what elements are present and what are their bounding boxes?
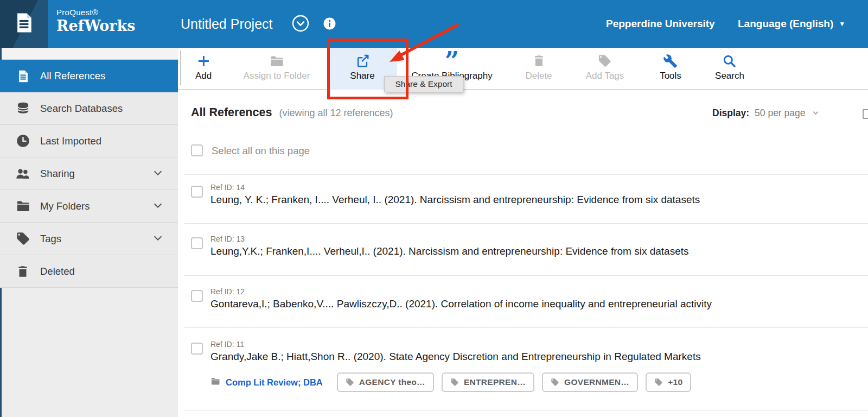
quote-icon: ”: [445, 53, 459, 69]
sidebar-item-label: My Folders: [40, 200, 90, 212]
sidebar-item-sharing[interactable]: Sharing: [0, 157, 178, 190]
assign-to-folder-button: Assign to Folder: [244, 53, 310, 81]
reference-row: Ref ID: 12 Gontareva,I.; Babenko,V.... P…: [184, 286, 868, 328]
reference-citation[interactable]: Grandy,Jake B.; Hiatt,Shon R.. (2020). S…: [210, 351, 701, 363]
tags-row: Comp Lit Review; DBA AGENCY theo… ENTREP…: [210, 372, 691, 392]
toolbar: Add Assign to Folder Share ” Create Bibl…: [178, 48, 868, 90]
select-all-label: Select all on this page: [212, 145, 310, 157]
sidebar-item-label: Deleted: [40, 266, 75, 277]
page-head: All References (viewing all 12 reference…: [191, 106, 393, 119]
folder-icon: [210, 376, 220, 388]
add-tags-button: Add Tags: [586, 53, 624, 81]
reference-citation[interactable]: Leung, Y. K.; Franken, I.... Verheul, I.…: [210, 194, 700, 206]
document-icon: [15, 68, 30, 84]
reference-checkbox[interactable]: [191, 237, 203, 249]
toolbar-label: Assign to Folder: [244, 71, 310, 81]
chevron-down-icon: [152, 167, 164, 181]
document-logo-icon: [12, 11, 36, 37]
reference-citation[interactable]: Leung,Y.K.; Franken,I.... Verheul,I.. (2…: [210, 245, 689, 257]
add-button[interactable]: Add: [195, 53, 212, 81]
view-toggle-icon[interactable]: [863, 109, 868, 119]
ref-id: Ref ID: 11: [210, 340, 244, 349]
project-dropdown-icon[interactable]: [291, 14, 310, 35]
language-label: Language (English): [738, 18, 833, 30]
database-icon: [15, 101, 30, 116]
sidebar-item-label: Search Databases: [40, 103, 123, 115]
sidebar-item-tags[interactable]: Tags: [0, 223, 178, 255]
tag-chips: AGENCY theo… ENTREPREN… GOVERNMEN… +10: [337, 372, 692, 392]
tag-chip-label: AGENCY theo…: [359, 377, 425, 387]
info-icon[interactable]: [323, 17, 336, 33]
chevron-down-icon: [152, 199, 164, 213]
tools-button[interactable]: Tools: [660, 53, 681, 81]
display-control: Display: 50 per page: [712, 108, 820, 119]
page-subtitle: (viewing all 12 references): [279, 108, 393, 119]
ref-id: Ref ID: 12: [210, 287, 245, 296]
reference-row: Ref ID: 13 Leung,Y.K.; Franken,I.... Ver…: [184, 233, 868, 276]
toolbar-divider: [180, 50, 181, 85]
reference-checkbox[interactable]: [191, 343, 203, 355]
folder-icon: [270, 53, 284, 69]
folder-names: Comp Lit Review; DBA: [226, 377, 323, 388]
reference-citation[interactable]: Gontareva,I.; Babenko,V.... Pawliszczy,D…: [210, 298, 712, 310]
sidebar-item-label: Last Imported: [40, 135, 101, 147]
select-all-checkbox[interactable]: [191, 144, 203, 156]
sidebar-item-deleted[interactable]: Deleted: [0, 255, 178, 288]
search-icon: [723, 53, 737, 69]
share-export-icon: [355, 53, 370, 69]
project-title: Untitled Project: [181, 0, 273, 48]
per-page-select[interactable]: 50 per page: [755, 108, 805, 119]
refworks-logo[interactable]: [0, 0, 48, 48]
trash-icon: [15, 264, 30, 279]
tag-chip-more[interactable]: +10: [646, 372, 691, 392]
tag-chip[interactable]: AGENCY theo…: [337, 372, 434, 392]
sidebar-item-label: Tags: [40, 233, 61, 245]
search-button[interactable]: Search: [715, 53, 744, 81]
folder-icon: [15, 199, 30, 214]
sidebar-item-my-folders[interactable]: My Folders: [0, 190, 178, 223]
toolbar-label: Add: [195, 71, 212, 81]
ref-id: Ref ID: 13: [210, 235, 245, 243]
reference-checkbox[interactable]: [191, 290, 203, 302]
reference-row: Ref ID: 14 Leung, Y. K.; Franken, I.... …: [184, 182, 868, 224]
sidebar-item-label: All References: [40, 70, 105, 82]
trash-icon: [532, 53, 546, 69]
tag-chip[interactable]: GOVERNMEN…: [542, 372, 638, 392]
app-header: ProQuest® RefWorks Untitled Project Pepp…: [0, 0, 868, 48]
tag-icon: [598, 53, 612, 69]
toolbar-label: Share: [350, 71, 374, 81]
sidebar-item-search-databases[interactable]: Search Databases: [0, 92, 178, 125]
sidebar: All References Search Databases Last Imp…: [0, 48, 178, 417]
tag-chip-label: GOVERNMEN…: [564, 377, 629, 387]
sidebar-item-all-references[interactable]: All References: [0, 60, 178, 92]
share-export-tooltip: Share & Export: [384, 76, 463, 92]
language-selector[interactable]: Language (English) ▼: [738, 0, 845, 48]
display-label: Display:: [712, 108, 749, 119]
plus-icon: [196, 53, 211, 69]
share-button[interactable]: Share: [350, 53, 374, 81]
sidebar-item-last-imported[interactable]: Last Imported: [0, 125, 178, 157]
ref-id: Ref ID: 14: [210, 183, 245, 192]
tag-chip[interactable]: ENTREPREN…: [442, 372, 534, 392]
main-content: All References (viewing all 12 reference…: [178, 90, 868, 417]
tag-chip-label: ENTREPREN…: [464, 377, 526, 387]
toolbar-label: Add Tags: [586, 71, 624, 81]
delete-button: Delete: [525, 53, 552, 81]
reference-row: Ref ID: 11 Grandy,Jake B.; Hiatt,Shon R.…: [184, 339, 868, 410]
folder-assignment[interactable]: Comp Lit Review; DBA: [210, 376, 323, 388]
sidebar-item-label: Sharing: [40, 168, 75, 180]
tag-icon: [15, 231, 30, 247]
brand-refworks: RefWorks: [56, 17, 136, 34]
select-all-row: Select all on this page: [184, 141, 868, 175]
clock-icon: [15, 134, 30, 149]
chevron-down-icon[interactable]: [811, 109, 820, 119]
toolbar-label: Tools: [660, 71, 681, 81]
brand-wordmark: ProQuest® RefWorks: [56, 8, 136, 34]
toolbar-label: Search: [715, 71, 744, 81]
language-caret-icon: ▼: [839, 20, 845, 28]
people-icon: [15, 166, 30, 181]
wrench-icon: [663, 53, 678, 69]
institution-name[interactable]: Pepperdine University: [606, 0, 715, 48]
reference-checkbox[interactable]: [191, 186, 203, 198]
toolbar-label: Delete: [525, 71, 552, 81]
